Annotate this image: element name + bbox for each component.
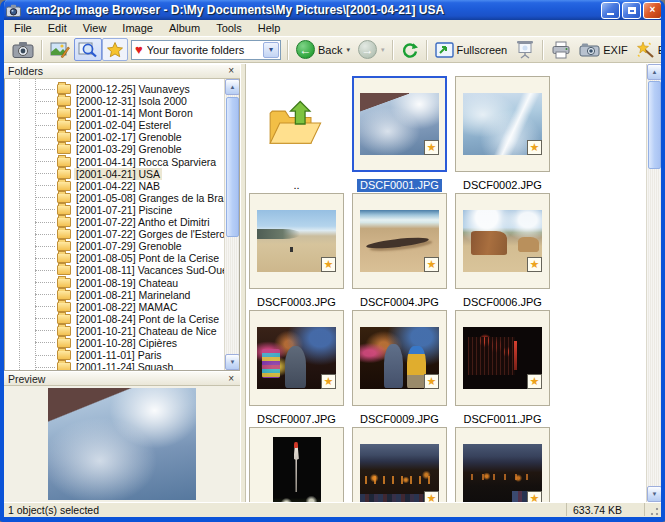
thumbnail-item[interactable] bbox=[249, 427, 344, 502]
scrollbar-thumb[interactable] bbox=[648, 81, 661, 169]
print-button[interactable] bbox=[547, 38, 575, 61]
minimize-button[interactable] bbox=[601, 2, 620, 19]
menu-tools[interactable]: Tools bbox=[208, 21, 250, 35]
folders-panel-close-icon[interactable]: × bbox=[226, 66, 236, 76]
folder-tree-item[interactable]: [2001-07-29] Grenoble bbox=[5, 240, 224, 252]
folder-tree-item[interactable]: [2001-07-21] Piscine bbox=[5, 204, 224, 216]
menu-file[interactable]: File bbox=[6, 21, 40, 35]
scroll-down-button[interactable]: ▼ bbox=[647, 486, 661, 502]
thumbnail-image: ★ bbox=[463, 327, 542, 389]
folder-icon bbox=[57, 253, 71, 263]
thumbnail-item[interactable]: ★DSCF0009.JPG bbox=[352, 310, 447, 427]
slideshow-button[interactable] bbox=[511, 38, 539, 61]
scroll-down-button[interactable]: ▼ bbox=[225, 354, 240, 370]
tree-connector bbox=[35, 125, 55, 126]
menu-album[interactable]: Album bbox=[161, 21, 208, 35]
thumbnail-cell: ★ bbox=[455, 427, 550, 502]
enhance-button[interactable]: Enhance bbox=[632, 38, 661, 61]
app-camera-icon bbox=[6, 4, 21, 17]
favorite-star-icon: ★ bbox=[527, 257, 542, 272]
folder-icon bbox=[57, 205, 71, 215]
exif-button[interactable]: EXIF bbox=[575, 38, 631, 61]
folder-tree-item[interactable]: [2001-04-21] USA bbox=[5, 168, 224, 180]
scrollbar-thumb[interactable] bbox=[226, 97, 239, 237]
folder-icon bbox=[57, 132, 71, 142]
folder-tree-item[interactable]: [2001-07-22] Gorges de l'Esteron bbox=[5, 228, 224, 240]
folder-tree-item[interactable]: [2001-08-11] Vacances Sud-Ouest bbox=[5, 264, 224, 276]
image-editor-button[interactable] bbox=[46, 38, 74, 61]
close-button[interactable]: × bbox=[643, 2, 662, 19]
folder-tree-item[interactable]: [2001-08-19] Chateau bbox=[5, 276, 224, 288]
folder-icon bbox=[57, 241, 71, 251]
back-button[interactable]: ← Back ▾ bbox=[292, 38, 354, 61]
refresh-button[interactable] bbox=[397, 38, 423, 61]
folder-label: [2001-07-21] Piscine bbox=[74, 204, 174, 216]
folder-tree-item[interactable]: [2001-08-24] Pont de la Cerise bbox=[5, 313, 224, 325]
status-size-text: 633.74 KB bbox=[567, 503, 645, 516]
menu-help[interactable]: Help bbox=[250, 21, 289, 35]
thumbnail-item[interactable]: ★DSCF0011.JPG bbox=[455, 310, 550, 427]
thumbnail-item[interactable]: ★DSCF0002.JPG bbox=[455, 76, 550, 193]
tree-connector bbox=[35, 89, 55, 90]
thumbnail-item[interactable]: ★DSCF0004.JPG bbox=[352, 193, 447, 310]
thumbnail-cell: ★ bbox=[249, 310, 344, 406]
scroll-up-button[interactable]: ▲ bbox=[647, 64, 661, 80]
thumbnail-item[interactable]: .. bbox=[249, 76, 344, 193]
folder-label: [2001-08-19] Chateau bbox=[74, 277, 180, 289]
folder-tree-item[interactable]: [2001-05-08] Granges de la Brasque bbox=[5, 192, 224, 204]
folder-tree-item[interactable]: [2000-12-25] Vaunaveys bbox=[5, 83, 224, 95]
maximize-button[interactable] bbox=[622, 2, 641, 19]
folder-label: [2001-01-14] Mont Boron bbox=[74, 107, 195, 119]
folder-icon bbox=[57, 169, 71, 179]
menu-view[interactable]: View bbox=[75, 21, 115, 35]
folder-tree-item[interactable]: [2001-04-22] NAB bbox=[5, 180, 224, 192]
folder-tree-item[interactable]: [2001-08-21] Marineland bbox=[5, 289, 224, 301]
folder-icon bbox=[57, 229, 71, 239]
favorites-combobox[interactable]: ♥ Your favorite folders ▾ bbox=[131, 40, 281, 60]
thumbnails-scrollbar[interactable]: ▲ ▼ bbox=[646, 64, 661, 502]
folder-icon bbox=[57, 157, 71, 167]
camera-download-button[interactable] bbox=[8, 38, 38, 61]
folder-label: [2001-03-29] Grenoble bbox=[74, 143, 184, 155]
tree-connector bbox=[35, 342, 55, 343]
folder-tree-item[interactable]: [2001-10-28] Cipières bbox=[5, 337, 224, 349]
favorite-star-icon: ★ bbox=[321, 257, 336, 272]
favorites-filter-button[interactable] bbox=[102, 38, 128, 61]
folder-tree-item[interactable]: [2001-08-05] Pont de la Cerise bbox=[5, 252, 224, 264]
tree-connector bbox=[35, 161, 55, 162]
menu-edit[interactable]: Edit bbox=[40, 21, 75, 35]
thumbnail-item[interactable]: ★ bbox=[352, 427, 447, 502]
folder-tree-item[interactable]: [2000-12-31] Isola 2000 bbox=[5, 95, 224, 107]
resize-grip[interactable] bbox=[645, 503, 661, 516]
forward-button[interactable]: → ▾ bbox=[354, 38, 389, 61]
folder-tree-item[interactable]: [2001-03-29] Grenoble bbox=[5, 143, 224, 155]
thumbnail-item[interactable]: ★ bbox=[455, 427, 550, 502]
exif-camera-icon bbox=[579, 42, 600, 57]
folder-tree-item[interactable]: [2001-04-14] Rocca Sparviera bbox=[5, 156, 224, 168]
folder-icon bbox=[57, 108, 71, 118]
scroll-up-button[interactable]: ▲ bbox=[225, 79, 240, 95]
thumbnail-item[interactable]: ★DSCF0007.JPG bbox=[249, 310, 344, 427]
combo-dropdown-button[interactable]: ▾ bbox=[263, 42, 279, 58]
thumbnail-item[interactable]: ★DSCF0001.JPG bbox=[352, 76, 447, 193]
folder-tree-item[interactable]: [2001-01-14] Mont Boron bbox=[5, 107, 224, 119]
folder-tree-item[interactable]: [2001-02-17] Grenoble bbox=[5, 131, 224, 143]
folder-tree-item[interactable]: [2001-07-22] Antho et Dimitri bbox=[5, 216, 224, 228]
thumbnail-image: ★ bbox=[360, 327, 439, 389]
thumbnail-item[interactable]: ★DSCF0003.JPG bbox=[249, 193, 344, 310]
fullscreen-button[interactable]: Fullscreen bbox=[431, 38, 512, 61]
folder-tree-item[interactable]: [2001-02-04] Esterel bbox=[5, 119, 224, 131]
folder-tree-item[interactable]: [2001-11-01] Paris bbox=[5, 349, 224, 361]
tree-connector bbox=[35, 367, 55, 368]
folders-scrollbar[interactable]: ▲ ▼ bbox=[224, 79, 239, 370]
folder-tree-item[interactable]: [2001-10-21] Chateau de Nice bbox=[5, 325, 224, 337]
preview-pane bbox=[4, 386, 240, 502]
folder-tree-item[interactable]: [2001-08-22] MAMAC bbox=[5, 301, 224, 313]
thumbnail-item[interactable]: ★DSCF0006.JPG bbox=[455, 193, 550, 310]
folder-label: [2001-08-22] MAMAC bbox=[74, 301, 180, 313]
menu-image[interactable]: Image bbox=[114, 21, 161, 35]
browse-mode-button[interactable] bbox=[74, 38, 102, 61]
preview-panel-close-icon[interactable]: × bbox=[226, 374, 236, 384]
folder-tree-item[interactable]: [2001-11-24] Squash bbox=[5, 361, 224, 370]
tree-connector bbox=[35, 113, 55, 114]
